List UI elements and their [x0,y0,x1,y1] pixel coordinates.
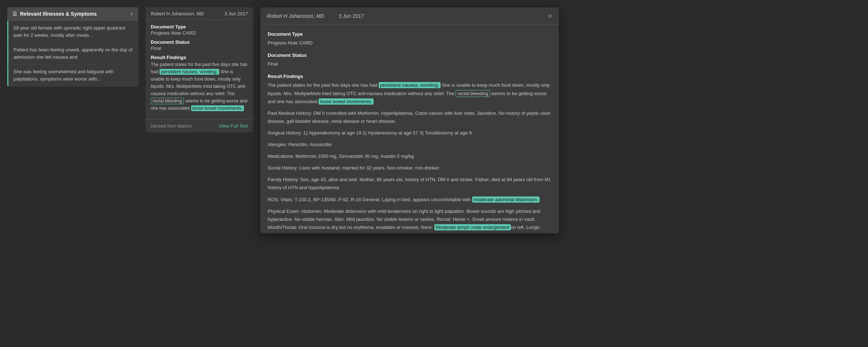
highlight-bowel-movements: loose bowel movements. [191,105,244,111]
left-panel-header: ☰ Relevant Illnesses & Symptoms ∨ [7,7,138,21]
modal-date: 3 Jun 2017 [339,13,364,19]
chevron-down-icon[interactable]: ∨ [130,11,133,16]
list-item[interactable]: She was feeling overwhelmed and fatigued… [7,65,138,86]
modal-overlay: Robert H Johansson, MD 3 Jun 2017 × Docu… [260,7,861,233]
modal-physical-exam: Physical Exam: Abdomen: Moderate distens… [268,207,552,233]
modal-header-info: Robert H Johansson, MD 3 Jun 2017 [267,13,364,19]
modal-surgical-history: Surgical History: 1) Appendectomy at age… [268,129,552,137]
list-icon: ☰ [12,11,17,17]
panel-title: Relevant Illnesses & Symptoms [20,11,97,17]
result-findings-label: Result Findings [151,55,248,60]
modal-highlight-distension: moderate adominal distension. [472,196,540,203]
card-date: 3 Jun 2017 [225,11,248,16]
modal-doc-status-value: Final [268,60,552,68]
highlight-rectal-bleeding: rectal bleeding [151,98,184,104]
modal-social-history: Social History: Lives with husband, marr… [268,164,552,172]
doc-status-value: Final [151,46,248,51]
modal-findings-text: The patient states for the past five day… [268,81,552,105]
list-item[interactable]: 59 year old female with sporadic right u… [7,21,138,43]
modal-allergies: Allergies: Penicillin, Amoxicillin [268,141,552,149]
full-text-modal: Robert H Johansson, MD 3 Jun 2017 × Docu… [260,7,559,233]
modal-ros-text: ROS: Vitals: T-100.2, BP-135/88, P-92, R… [268,196,552,204]
view-full-text-link[interactable]: View Full Text [219,123,248,129]
modal-doc-type-label: Document Type [268,30,552,38]
middle-card: Robert H Johansson, MD 3 Jun 2017 Docume… [146,7,253,132]
modal-medications: Medications: Metformin 1000 mg, Simvasta… [268,152,552,160]
modal-highlight-nausea: persistent nausea, vomiting. [379,82,441,88]
doc-status-label: Document Status [151,39,248,45]
modal-highlight-rectal: rectal bleeding [455,90,490,97]
panel-title-group: ☰ Relevant Illnesses & Symptoms [12,11,97,17]
modal-family-history: Family History: Son, age 43, alive and w… [268,176,552,192]
modal-findings-pre: The patient states for the past five day… [268,82,379,88]
modal-close-button[interactable]: × [548,12,552,20]
modal-header: Robert H Johansson, MD 3 Jun 2017 × [260,7,559,24]
doc-type-label: Document Type [151,24,248,30]
modal-highlight-lymph: Moderate lymph node enlargement [434,224,511,230]
modal-result-findings-label: Result Findings [268,73,552,81]
left-panel: ☰ Relevant Illnesses & Symptoms ∨ 59 yea… [7,7,138,86]
modal-ros-pre: ROS: Vitals: T-100.2, BP-135/88, P-92, R… [268,197,471,202]
card-doctor: Robert H Johansson, MD [151,11,204,16]
result-findings-text: The patient states for the past five day… [151,61,248,112]
modal-doctor: Robert H Johansson, MD [267,13,324,19]
card-body: Document Type Progress Note CARD Documen… [146,20,253,116]
card-footer: Derived from Watson View Full Text [146,119,253,132]
list-item[interactable]: Patient has been feeling unwell, apparen… [7,43,138,65]
panel-items-list: 59 year old female with sporadic right u… [7,21,138,86]
derived-from-label: Derived from Watson [151,124,192,129]
highlight-nausea: persistent nausea, vomiting. [159,69,219,75]
modal-highlight-bowel: loose bowel movements. [319,98,374,105]
modal-past-medical: Past Medical History: DM II controlled w… [268,109,552,125]
modal-doc-type-value: Progress Note CARD [268,39,552,47]
doc-type-value: Progress Note CARD [151,30,248,36]
modal-doc-status-label: Document Status [268,51,552,59]
card-header: Robert H Johansson, MD 3 Jun 2017 [146,7,253,20]
modal-body: Document Type Progress Note CARD Documen… [260,24,559,233]
